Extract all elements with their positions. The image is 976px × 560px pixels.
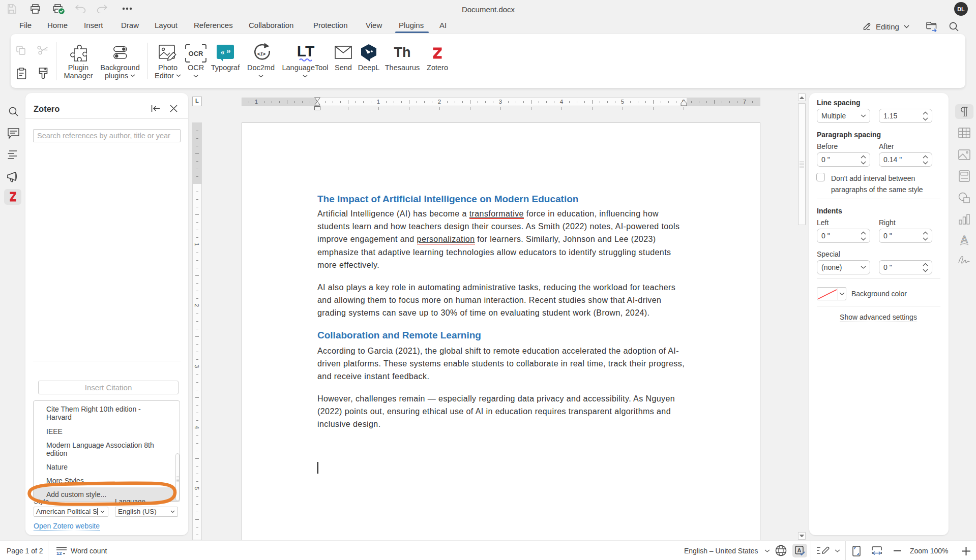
svg-text:12: 12 bbox=[56, 550, 62, 555]
svg-text:</>: </> bbox=[257, 51, 266, 57]
svg-text:OCR: OCR bbox=[189, 50, 204, 57]
svg-text:LT: LT bbox=[297, 43, 314, 59]
svg-text:A: A bbox=[797, 547, 802, 553]
svg-text:«: « bbox=[221, 48, 225, 56]
svg-text:„: „ bbox=[227, 45, 231, 53]
